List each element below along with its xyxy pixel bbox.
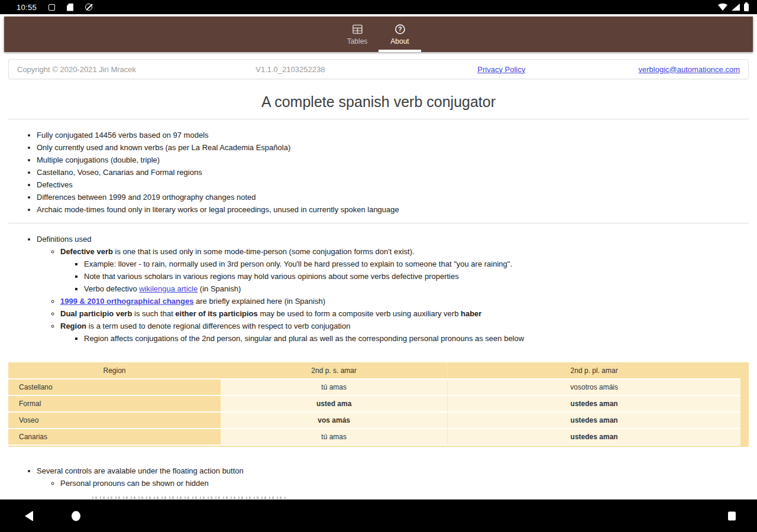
divider [8, 223, 749, 223]
text-segment: Region affects conjugations of the 2nd p… [84, 334, 524, 343]
inline-link[interactable]: 1999 & 2010 orthographical changes [60, 297, 193, 306]
column-header: 2nd p. s. amar [221, 362, 448, 379]
list-item: Personal pronouns can be shown or hidden [60, 477, 749, 489]
column-header: Region [8, 362, 221, 379]
help-icon: ? [394, 24, 406, 35]
inline-link[interactable]: wikilengua article [139, 284, 198, 293]
text-segment: Note that various scholars in various re… [84, 272, 459, 281]
list-item: Note that various scholars in various re… [84, 270, 749, 283]
recents-button[interactable] [728, 511, 736, 520]
info-bar: Copyright © 2020-2021 Jiri Mracek V1.1.0… [8, 59, 749, 79]
tab-about[interactable]: ? About [378, 17, 421, 52]
tab-tables-label: Tables [347, 37, 368, 46]
conjugation-cell: tú amas [221, 429, 448, 445]
active-tab-indicator [378, 50, 421, 52]
list-item: Dual participio verb is such that either… [60, 307, 749, 320]
text-segment: Several controls are avalable under the … [37, 466, 244, 475]
navigation-bar [0, 499, 757, 532]
regions-table: Region2nd p. s. amar2nd p. pl. amarCaste… [8, 362, 740, 446]
controls-list: Several controls are avalable under the … [8, 465, 749, 489]
divider [8, 119, 749, 119]
conjugation-cell: vos amás [221, 412, 448, 429]
region-cell: Castellano [8, 379, 221, 395]
table-row: Voseovos amásustedes aman [8, 412, 740, 429]
list-item: Defective verb is one that is used only … [60, 245, 749, 295]
text-segment: Defective verb [60, 247, 113, 256]
screen: 10:55 Tables [0, 0, 757, 532]
about-page: Copyright © 2020-2021 Jiri Mracek V1.1.0… [0, 59, 757, 499]
status-bar: 10:55 [0, 0, 757, 14]
list-item: Archaic mode-times found only in literar… [37, 203, 749, 216]
text-segment: are briefly explained here (in Spanish) [193, 297, 325, 306]
list-item: Verbo defectivo wikilengua article (in S… [84, 283, 749, 295]
table-row: Canariastú amasustedes aman [8, 429, 740, 445]
text-segment: (in Spanish) [198, 284, 241, 293]
table-row: Castellanotú amasvosotros amáis [8, 379, 740, 395]
conjugation-cell: ustedes aman [448, 395, 740, 412]
text-segment: haber [461, 309, 481, 318]
text-segment: may be used to form a composite verb usi… [258, 309, 461, 318]
wifi-icon [718, 4, 727, 11]
table-row: Formalusted amaustedes aman [8, 395, 740, 412]
text-segment: Dual participio verb [60, 309, 132, 318]
conjugation-cell: ustedes aman [448, 412, 740, 429]
text-segment: Definitions used [37, 235, 92, 244]
table-header-row: Region2nd p. s. amar2nd p. pl. amar [8, 362, 740, 379]
region-cell: Canarias [8, 429, 221, 445]
version-text: V1.1.0_2103252238 [255, 65, 436, 74]
page-title: A complete spanish verb conjugator [8, 93, 749, 111]
list-item: 1999 & 2010 orthographical changes are b… [60, 295, 749, 307]
tab-tables[interactable]: Tables [336, 17, 378, 52]
list-item: Definitions usedDefective verb is one th… [37, 233, 749, 345]
copyright-text: Copyright © 2020-2021 Jiri Mracek [17, 65, 255, 74]
list-item: Example: llover - to rain, normally used… [84, 258, 749, 270]
signal-icon [732, 4, 740, 11]
text-segment: Verbo defectivo [84, 284, 139, 293]
svg-text:?: ? [398, 25, 402, 33]
clipped-text-line [92, 497, 287, 499]
text-segment: is one that is used only in some mode-ti… [113, 247, 415, 256]
tab-about-label: About [390, 37, 409, 46]
features-list: Fully conjugated 14456 verbs based on 97… [8, 129, 749, 216]
list-item: Several controls are avalable under the … [37, 465, 749, 489]
home-button[interactable] [72, 511, 80, 521]
list-item: Only currently used and known verbs (as … [37, 141, 749, 154]
text-segment: is a term used to denote regional differ… [86, 322, 350, 330]
definitions-list: Definitions usedDefective verb is one th… [8, 233, 749, 345]
conjugation-cell: vosotros amáis [448, 379, 740, 395]
list-item: Region is a term used to denote regional… [60, 320, 749, 345]
list-item: Fully conjugated 14456 verbs based on 97… [37, 129, 749, 141]
app-bar: Tables ? About [4, 17, 753, 52]
battery-icon [744, 4, 749, 11]
back-button[interactable] [25, 511, 33, 521]
contact-email-link[interactable]: verblogic@automationce.com [639, 65, 740, 74]
table-icon [352, 24, 363, 35]
list-item: Castellano, Voseo, Canarias and Formal r… [37, 166, 749, 179]
regions-table-wrap: Region2nd p. s. amar2nd p. pl. amarCaste… [8, 362, 749, 447]
text-segment: is such that [132, 309, 175, 318]
clock: 10:55 [17, 3, 37, 12]
conjugation-cell: usted ama [221, 395, 448, 412]
column-header: 2nd p. pl. amar [448, 362, 740, 379]
privacy-policy-link[interactable]: Privacy Policy [477, 65, 525, 74]
sdcard-icon [67, 4, 73, 11]
screenshot-icon [48, 4, 55, 11]
list-item: Multiple conjugations (double, triple) [37, 154, 749, 166]
region-cell: Formal [8, 395, 221, 412]
text-segment: either of its participios [175, 309, 257, 318]
conjugation-cell: tú amas [221, 379, 448, 395]
text-segment: Region [60, 322, 86, 330]
list-item: Region affects conjugations of the 2nd p… [84, 332, 749, 345]
list-item: Differences between 1999 and 2019 orthog… [37, 191, 749, 203]
circle-slash-icon [85, 4, 92, 11]
text-segment: Example: llover - to rain, normally used… [84, 259, 512, 268]
list-item: Defectives [37, 179, 749, 191]
region-cell: Voseo [8, 412, 221, 429]
text-segment: Personal pronouns can be shown or hidden [60, 479, 209, 488]
conjugation-cell: ustedes aman [448, 429, 740, 445]
